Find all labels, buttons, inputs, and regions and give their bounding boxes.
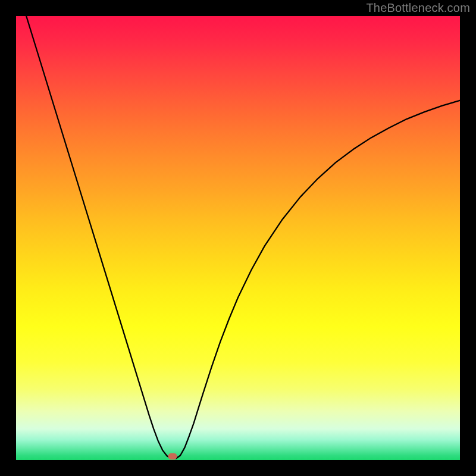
optimum-marker: [168, 453, 177, 460]
watermark-text: TheBottleneck.com: [366, 1, 470, 15]
plot-area: [16, 16, 460, 460]
chart-frame: TheBottleneck.com: [0, 0, 476, 476]
bottleneck-curve: [16, 16, 460, 460]
